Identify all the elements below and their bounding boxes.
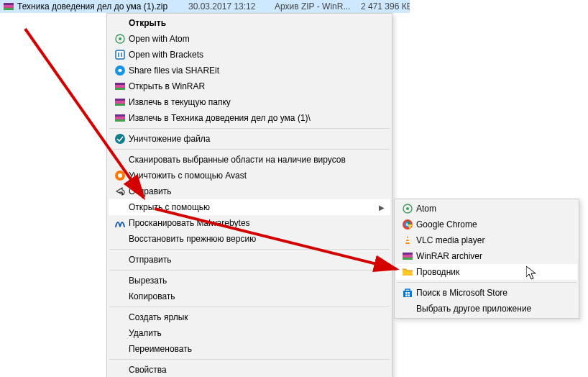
separator bbox=[109, 128, 390, 129]
file-size: 2 471 396 КБ bbox=[358, 1, 410, 12]
svg-rect-25 bbox=[405, 241, 409, 242]
winrar-icon bbox=[111, 81, 129, 92]
open-with-submenu: Atom Google Chrome VLC media player WinR… bbox=[394, 199, 579, 319]
svg-point-4 bbox=[119, 37, 121, 40]
winrar-icon bbox=[111, 112, 129, 124]
svg-rect-29 bbox=[403, 291, 412, 297]
menu-cut[interactable]: Вырезать bbox=[109, 273, 390, 289]
vlc-icon bbox=[399, 235, 416, 246]
atom-icon bbox=[399, 203, 416, 214]
submenu-chrome[interactable]: Google Chrome bbox=[396, 217, 577, 232]
svg-rect-8 bbox=[115, 83, 125, 85]
svg-rect-5 bbox=[116, 50, 124, 59]
file-row[interactable]: Техника доведения дел до ума (1).zip 30.… bbox=[0, 0, 410, 13]
file-type: Архив ZIP - WinR... bbox=[272, 1, 358, 12]
svg-rect-24 bbox=[406, 238, 409, 240]
svg-rect-15 bbox=[115, 119, 125, 122]
destroy-icon bbox=[111, 133, 129, 145]
store-icon bbox=[399, 287, 416, 299]
separator bbox=[109, 270, 390, 271]
submenu-choose[interactable]: Выбрать другое приложение bbox=[396, 301, 577, 317]
share-icon bbox=[111, 186, 129, 197]
brackets-icon bbox=[111, 49, 129, 60]
svg-rect-14 bbox=[115, 114, 125, 117]
menu-send-to[interactable]: Отправить▶ bbox=[109, 252, 390, 268]
svg-rect-31 bbox=[408, 292, 410, 294]
svg-rect-27 bbox=[403, 253, 413, 255]
chevron-right-icon: ▶ bbox=[377, 256, 385, 264]
svg-point-16 bbox=[115, 134, 125, 144]
submenu-vlc[interactable]: VLC media player bbox=[396, 232, 577, 248]
menu-open-with[interactable]: Открыть с помощью▶ bbox=[109, 199, 390, 215]
menu-extract-to[interactable]: Извлечь в Техника доведения дел до ума (… bbox=[109, 110, 390, 126]
submenu-store[interactable]: Поиск в Microsoft Store bbox=[396, 285, 577, 301]
menu-open[interactable]: Открыть bbox=[109, 15, 390, 31]
menu-scan-virus[interactable]: Сканировать выбранные области на наличие… bbox=[109, 152, 390, 168]
svg-rect-32 bbox=[405, 295, 408, 297]
svg-rect-30 bbox=[405, 292, 408, 294]
menu-properties[interactable]: Свойства bbox=[109, 362, 390, 377]
menu-malwarebytes[interactable]: Просканировать Malwarebytes bbox=[109, 215, 390, 231]
menu-share[interactable]: Отправить bbox=[109, 183, 390, 199]
menu-extract-here[interactable]: Извлечь в текущую папку bbox=[109, 94, 390, 110]
shareit-icon bbox=[111, 65, 129, 76]
svg-rect-9 bbox=[115, 88, 125, 90]
menu-shortcut[interactable]: Создать ярлык bbox=[109, 309, 390, 325]
separator bbox=[109, 359, 390, 360]
avast-icon bbox=[111, 170, 129, 181]
file-name: Техника доведения дел до ума (1).zip bbox=[17, 1, 167, 12]
svg-point-18 bbox=[118, 173, 122, 178]
chrome-icon bbox=[399, 219, 416, 230]
atom-icon bbox=[111, 33, 129, 45]
menu-avast-destroy[interactable]: Уничтожить с помощью Avast bbox=[109, 168, 390, 183]
menu-delete[interactable]: Удалить bbox=[109, 325, 390, 341]
separator bbox=[109, 149, 390, 150]
svg-rect-2 bbox=[4, 8, 14, 10]
svg-rect-12 bbox=[115, 104, 125, 106]
winrar-icon bbox=[399, 250, 416, 262]
menu-open-winrar[interactable]: Открыть в WinRAR bbox=[109, 78, 390, 94]
menu-copy[interactable]: Копировать bbox=[109, 289, 390, 304]
winrar-icon bbox=[3, 1, 14, 12]
chevron-right-icon: ▶ bbox=[377, 204, 385, 212]
separator bbox=[109, 249, 390, 250]
submenu-explorer[interactable]: Проводник bbox=[396, 264, 577, 280]
menu-open-atom[interactable]: Open with Atom bbox=[109, 31, 390, 47]
svg-rect-11 bbox=[115, 99, 125, 101]
svg-rect-1 bbox=[4, 3, 14, 5]
svg-rect-33 bbox=[408, 295, 410, 297]
context-menu: Открыть Open with Atom Open with Bracket… bbox=[106, 13, 392, 377]
menu-destroy-file[interactable]: Уничтожение файла bbox=[109, 131, 390, 147]
svg-point-20 bbox=[406, 207, 409, 210]
winrar-icon bbox=[111, 96, 129, 108]
menu-open-brackets[interactable]: Open with Brackets bbox=[109, 47, 390, 63]
submenu-winrar[interactable]: WinRAR archiver bbox=[396, 248, 577, 264]
separator bbox=[397, 282, 576, 283]
menu-rename[interactable]: Переименовать bbox=[109, 341, 390, 357]
file-date: 30.03.2017 13:12 bbox=[185, 1, 272, 12]
menu-shareit[interactable]: Share files via SHAREit bbox=[109, 63, 390, 78]
separator bbox=[109, 306, 390, 307]
folder-icon bbox=[399, 266, 416, 278]
submenu-atom[interactable]: Atom bbox=[396, 201, 577, 217]
menu-restore-prev[interactable]: Восстановить прежнюю версию bbox=[109, 231, 390, 247]
svg-rect-28 bbox=[403, 258, 413, 260]
malwarebytes-icon bbox=[111, 217, 129, 229]
cursor-icon bbox=[526, 266, 538, 281]
